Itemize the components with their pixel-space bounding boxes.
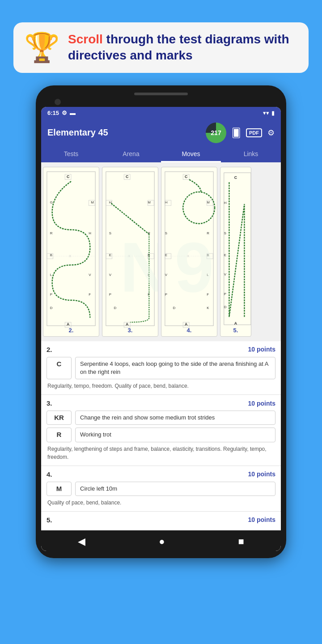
app-title: Elementary 45 (47, 127, 108, 138)
move-letter-4-0: M (47, 482, 72, 496)
svg-text:S: S (224, 231, 226, 235)
move-row-3-0: KR Change the rein and show some medium … (47, 411, 275, 425)
move-section-4: 4. 10 points M Circle left 10m Quality o… (41, 466, 281, 512)
move-section-5: 5. 10 points (41, 512, 281, 530)
diagram-card-4[interactable]: C H M S R E B V L P (161, 167, 217, 337)
svg-text:S: S (109, 231, 111, 235)
move-letter-3-1: R (47, 428, 72, 442)
move-num-4: 4. (47, 470, 52, 478)
svg-text:A: A (234, 321, 237, 326)
svg-text:A: A (185, 322, 188, 326)
outer-container: 🏆 Scroll through the test diagrams with … (0, 9, 322, 644)
bottom-nav: ◀ ● ■ (41, 530, 281, 551)
move-header-3: 3. 10 points (47, 399, 275, 407)
diagram-number-2: 2. (69, 327, 74, 334)
status-time: 6:15 (47, 110, 59, 116)
svg-text:V: V (109, 273, 112, 277)
svg-text:C: C (185, 174, 188, 178)
svg-text:C: C (126, 174, 129, 178)
tab-tests[interactable]: Tests (41, 147, 101, 162)
move-row-2-0: C Serpentine 4 loops, each loop going to… (47, 357, 275, 379)
move-num-2: 2. (47, 346, 52, 353)
svg-text:A: A (126, 322, 129, 326)
banner-text: Scroll through the test diagrams with di… (68, 31, 298, 64)
score-value: 217 (211, 129, 221, 136)
move-points-3: 10 points (248, 400, 275, 407)
svg-text:S: S (165, 231, 167, 235)
svg-text:P: P (50, 292, 52, 297)
svg-text:D: D (224, 305, 227, 309)
svg-text:H: H (224, 201, 227, 205)
svg-text:9: 9 (175, 227, 214, 306)
diagram-number-5: 5. (233, 327, 238, 334)
camera-row (41, 99, 281, 105)
svg-text:D: D (114, 306, 117, 310)
tabs: Tests Arena Moves Links (41, 143, 281, 162)
diagram-number-3: 3. (128, 327, 133, 334)
move-row-4-0: M Circle left 10m (47, 482, 275, 496)
svg-text:M: M (207, 200, 210, 204)
svg-text:M: M (91, 200, 94, 204)
svg-text:A: A (67, 322, 70, 326)
svg-text:N: N (120, 227, 158, 306)
phone: 6:15 ⚙ ▬ ▾▾ ▮ Elementary 45 217 🂠 PDF (36, 85, 286, 558)
move-header-4: 4. 10 points (47, 470, 275, 478)
wifi-icon: ▾▾ (263, 110, 269, 116)
move-desc-4-0: Circle left 10m (75, 482, 275, 496)
recent-button[interactable]: ■ (238, 536, 244, 547)
svg-text:R: R (50, 231, 53, 235)
diagram-scroll[interactable]: C G M R B L P D H V F A (41, 162, 281, 341)
move-directive-3: Regularity, lengthening of steps and fra… (47, 445, 275, 461)
phone-top (41, 93, 281, 95)
move-row-3-1: R Working trot (47, 428, 275, 442)
svg-rect-0 (47, 172, 95, 326)
svg-text:L: L (50, 273, 52, 277)
scroll-word: Scroll (68, 32, 103, 46)
svg-text:D: D (50, 306, 53, 310)
diagram-card-5[interactable]: C H S E V P D A 5. (220, 167, 251, 337)
status-bar: 6:15 ⚙ ▬ ▾▾ ▮ (41, 107, 281, 119)
card-icon[interactable]: 🂠 (232, 127, 241, 138)
status-left: 6:15 ⚙ ▬ (47, 110, 76, 116)
sim-icon: ▬ (70, 110, 76, 116)
svg-text:H: H (165, 200, 168, 204)
move-num-5: 5. (47, 516, 52, 524)
move-header-5: 5. 10 points (47, 516, 275, 524)
move-directive-2: Regularity, tempo, freedom. Quality of p… (47, 382, 275, 390)
svg-text:C: C (67, 174, 70, 178)
move-section-2: 2. 10 points C Serpentine 4 loops, each … (41, 341, 281, 395)
svg-text:K: K (207, 306, 209, 310)
svg-text:V: V (224, 272, 227, 276)
svg-text:M: M (148, 200, 151, 204)
move-section-3: 3. 10 points KR Change the rein and show… (41, 395, 281, 466)
svg-text:V: V (165, 273, 168, 277)
diagram-card-2[interactable]: C G M R B L P D H V F A (43, 167, 99, 337)
home-button[interactable]: ● (159, 536, 165, 547)
settings-icon: ⚙ (62, 110, 67, 116)
svg-text:E: E (224, 253, 226, 257)
trophy-icon: 🏆 (24, 33, 60, 62)
svg-text:C: C (234, 175, 237, 180)
move-list: 2. 10 points C Serpentine 4 loops, each … (41, 341, 281, 530)
move-letter-2-0: C (47, 357, 72, 379)
tab-arena[interactable]: Arena (101, 147, 161, 162)
app-header: Elementary 45 217 🂠 PDF ⚙ (41, 119, 281, 143)
move-points-2: 10 points (248, 346, 275, 353)
camera-dot (55, 99, 61, 105)
settings-button[interactable]: ⚙ (267, 128, 275, 138)
move-directive-4: Quality of pace, bend, balance. (47, 499, 275, 507)
move-desc-3-0: Change the rein and show some medium tro… (75, 411, 275, 425)
tab-links[interactable]: Links (221, 147, 281, 162)
battery-icon: ▮ (271, 110, 275, 116)
svg-text:P: P (224, 292, 226, 296)
pdf-button[interactable]: PDF (246, 128, 262, 137)
svg-text:H: H (89, 231, 91, 235)
diagram-card-3[interactable]: C H M S R E B V L P (102, 167, 158, 337)
svg-text:P: P (109, 292, 111, 297)
back-button[interactable]: ◀ (78, 536, 85, 547)
header-icons: 217 🂠 PDF ⚙ (206, 123, 275, 143)
speaker-bar (134, 93, 188, 95)
move-desc-3-1: Working trot (75, 428, 275, 442)
tab-moves[interactable]: Moves (161, 147, 221, 162)
score-badge[interactable]: 217 (206, 123, 226, 143)
